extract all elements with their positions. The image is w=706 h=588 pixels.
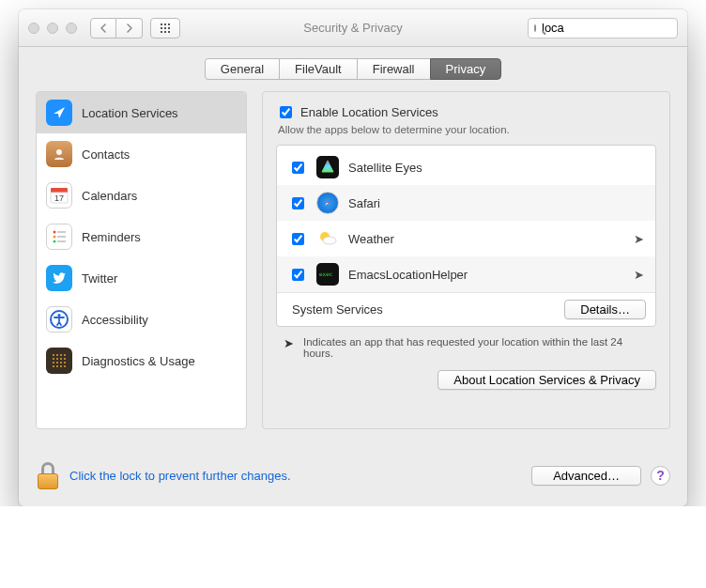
help-button[interactable]: ? — [651, 466, 670, 486]
minimize-window[interactable] — [47, 23, 58, 34]
svg-point-21 — [56, 362, 58, 364]
titlebar: Security & Privacy ✕ — [19, 9, 687, 47]
svg-point-13 — [56, 354, 58, 356]
svg-point-6 — [54, 236, 56, 239]
sidebar-item-diagnostics[interactable]: Diagnostics & Usage — [37, 340, 246, 381]
contacts-icon — [46, 141, 72, 167]
sidebar-item-accessibility[interactable]: Accessibility — [37, 299, 246, 340]
tab-firewall[interactable]: Firewall — [357, 58, 430, 80]
diagnostics-icon — [46, 348, 72, 374]
footer: Click the lock to prevent further change… — [19, 446, 687, 506]
svg-point-27 — [64, 365, 66, 367]
svg-point-33 — [323, 237, 336, 244]
enable-location-row: Enable Location Services — [276, 103, 656, 121]
app-checkbox[interactable] — [292, 233, 304, 245]
svg-point-12 — [53, 354, 54, 356]
reminders-icon — [46, 224, 72, 250]
about-location-privacy-button[interactable]: About Location Services & Privacy — [437, 370, 656, 390]
app-row-safari: Safari — [277, 185, 655, 221]
forward-button[interactable] — [116, 18, 143, 39]
lock-body-icon — [38, 473, 58, 489]
sidebar-item-contacts[interactable]: Contacts — [37, 133, 246, 175]
app-checkbox[interactable] — [292, 197, 304, 209]
advanced-button[interactable]: Advanced… — [531, 466, 641, 486]
svg-point-14 — [60, 354, 62, 356]
sidebar-item-label: Contacts — [82, 147, 130, 162]
tab-general[interactable]: General — [205, 58, 279, 80]
svg-point-17 — [56, 358, 58, 360]
window-controls — [28, 23, 77, 34]
sidebar-item-twitter[interactable]: Twitter — [37, 257, 246, 299]
zoom-window[interactable] — [66, 23, 77, 34]
svg-rect-7 — [57, 236, 66, 238]
svg-text:17: 17 — [54, 193, 64, 203]
svg-point-11 — [57, 314, 60, 317]
svg-point-24 — [53, 365, 54, 367]
back-button[interactable] — [90, 18, 116, 39]
app-row-satellite-eyes: Satellite Eyes — [277, 149, 655, 185]
pane-body: Location Services Contacts 17 Calendars — [19, 91, 687, 446]
satellite-eyes-icon — [316, 156, 339, 178]
twitter-icon — [46, 265, 72, 291]
sidebar-item-calendars[interactable]: 17 Calendars — [37, 175, 246, 216]
recent-location-icon: ➤ — [634, 268, 644, 282]
search-input[interactable] — [540, 20, 687, 36]
recent-location-icon: ➤ — [634, 232, 644, 246]
sidebar-item-label: Calendars — [82, 189, 137, 203]
lock-text[interactable]: Click the lock to prevent further change… — [69, 469, 291, 483]
app-label: Safari — [348, 196, 380, 210]
svg-point-8 — [54, 240, 56, 243]
svg-marker-31 — [325, 203, 329, 206]
svg-point-19 — [64, 358, 66, 360]
app-label: Weather — [348, 232, 394, 246]
svg-marker-29 — [322, 161, 333, 172]
tab-privacy[interactable]: Privacy — [430, 58, 502, 80]
app-checkbox[interactable] — [292, 162, 304, 174]
svg-rect-5 — [57, 231, 66, 233]
svg-rect-1 — [51, 188, 68, 193]
svg-point-22 — [60, 362, 62, 364]
lock-button[interactable] — [36, 461, 60, 489]
weather-icon — [316, 227, 339, 250]
tabs-row: General FileVault Firewall Privacy — [19, 47, 687, 91]
location-arrow-icon — [46, 100, 72, 126]
svg-point-0 — [56, 149, 62, 155]
svg-point-16 — [53, 358, 54, 360]
show-all-button[interactable] — [150, 18, 180, 39]
recent-location-note-text: Indicates an app that has requested your… — [303, 336, 649, 359]
tab-filevault[interactable]: FileVault — [279, 58, 357, 80]
location-apps-list: Satellite Eyes Safari — [276, 145, 656, 327]
details-button[interactable]: Details… — [564, 300, 646, 319]
safari-icon — [316, 192, 339, 214]
svg-rect-9 — [57, 240, 66, 242]
grid-icon — [160, 23, 171, 34]
svg-text:exec: exec — [319, 271, 333, 277]
nav-buttons — [90, 18, 143, 39]
location-arrow-icon: ➤ — [284, 336, 294, 350]
close-window[interactable] — [28, 23, 39, 34]
app-row-weather: Weather ➤ — [277, 221, 655, 256]
app-label: Satellite Eyes — [348, 161, 422, 175]
sidebar-item-label: Reminders — [82, 230, 141, 244]
svg-point-18 — [60, 358, 62, 360]
panels: Location Services Contacts 17 Calendars — [36, 91, 670, 429]
search-icon — [534, 24, 536, 32]
svg-point-4 — [54, 231, 56, 234]
sidebar-item-location-services[interactable]: Location Services — [37, 92, 246, 133]
app-checkbox[interactable] — [292, 269, 304, 281]
search-field-wrap[interactable]: ✕ — [528, 18, 678, 39]
sidebar-item-reminders[interactable]: Reminders — [37, 216, 246, 257]
system-services-row: System Services Details… — [277, 292, 655, 326]
tabs: General FileVault Firewall Privacy — [205, 58, 501, 80]
recent-location-note: ➤ Indicates an app that has requested yo… — [276, 327, 656, 370]
terminal-icon: exec — [316, 263, 339, 286]
svg-point-26 — [60, 365, 62, 367]
sidebar-item-label: Accessibility — [82, 313, 148, 327]
svg-point-15 — [64, 354, 66, 356]
svg-point-23 — [64, 362, 66, 364]
enable-location-checkbox[interactable] — [280, 106, 292, 118]
sidebar-item-label: Twitter — [82, 271, 117, 286]
app-label: EmacsLocationHelper — [348, 268, 468, 282]
privacy-category-list[interactable]: Location Services Contacts 17 Calendars — [36, 91, 247, 429]
calendar-icon: 17 — [46, 182, 72, 209]
